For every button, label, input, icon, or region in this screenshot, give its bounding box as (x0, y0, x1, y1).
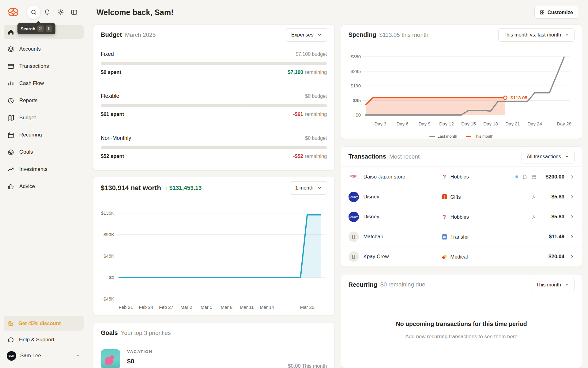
sidebar-item-cash-flow[interactable]: Cash Flow (4, 77, 84, 90)
medical-category-icon (442, 255, 447, 258)
category-cell[interactable]: Gifts (442, 194, 461, 200)
recurring-calendar-icon (531, 174, 537, 179)
merchant-name: Kpay Crew (364, 254, 442, 260)
goal-info: VACATION $0 (127, 349, 153, 368)
transaction-amount: $20.04 (541, 254, 564, 260)
budget-progress-bar (101, 146, 327, 149)
discount-label: Get 45% discount (18, 320, 61, 326)
svg-text:$45K: $45K (104, 253, 114, 259)
svg-text:$380: $380 (350, 54, 360, 59)
budget-card: Budget March 2025 Expenses Fixed $7,100 … (93, 25, 335, 171)
thumbs-up-icon (7, 183, 14, 190)
sidebar: Search ⌘ K Dashboard Accounts Transactio… (0, 0, 87, 368)
user-menu[interactable]: SLM Sam Lee (4, 348, 84, 363)
budget-title: Budget (101, 31, 122, 38)
category-cell[interactable]: Medical (442, 254, 468, 260)
recurring-card: Recurring $0 remaining due This month No… (341, 274, 582, 368)
sidebar-item-reports[interactable]: Reports (4, 94, 84, 107)
home-icon (7, 29, 14, 36)
net-worth-amount: $130,914 net worth (101, 184, 161, 192)
merchant-logo-daiso: DAISOJapan (349, 172, 359, 182)
hobbies-category-icon: ? (442, 214, 447, 220)
sidebar-item-accounts[interactable]: Accounts (4, 42, 84, 56)
transaction-row[interactable]: Disney Disney ? Hobbies $5.83 (341, 207, 582, 227)
transactions-filter-value: All transactions (527, 154, 561, 159)
search-button[interactable] (27, 6, 40, 19)
recurring-range-dropdown[interactable]: This month (531, 278, 575, 291)
help-support-item[interactable]: Help & Support (4, 333, 84, 347)
legend-last-month: Last month (429, 134, 457, 139)
transactions-filter-dropdown[interactable]: All transactions (522, 150, 575, 163)
legend-this-month: This month (466, 134, 493, 139)
sidebar-item-label: Budget (19, 115, 36, 121)
sidebar-bottom: Get 45% discount Help & Support SLM Sam … (4, 316, 84, 363)
category-cell[interactable]: ⇄ Transfer (442, 234, 469, 240)
goal-item-vacation[interactable]: VACATION $0 $0.00 This month (93, 343, 334, 368)
budget-section-name: Non-Monthly (101, 135, 131, 141)
merchant-name: Disney (364, 214, 442, 220)
category-label: Hobbies (450, 214, 469, 220)
sidebar-item-goals[interactable]: Goals (4, 145, 84, 159)
discount-banner[interactable]: Get 45% discount (4, 316, 84, 331)
merchant-logo-generic (349, 232, 359, 242)
bar-chart-icon (7, 80, 14, 87)
transaction-row[interactable]: Matchali ⇄ Transfer $11.49 (341, 227, 582, 247)
transfer-category-icon: ⇄ (442, 234, 447, 240)
calendar-icon (7, 132, 14, 139)
sidebar-item-budget[interactable]: Budget (4, 111, 84, 125)
chevron-down-icon (76, 353, 81, 358)
gifts-category-icon (442, 195, 447, 199)
chevron-down-icon (565, 33, 569, 37)
budget-amount: $7,100 budget (296, 52, 327, 57)
transaction-row[interactable]: Disney Disney Gifts $5.83 (341, 187, 582, 207)
net-worth-range-dropdown[interactable]: 1 month (290, 181, 327, 195)
transaction-amount: $11.49 (541, 234, 564, 240)
merchant-logo-disney: Disney (349, 212, 359, 222)
spending-card-header: Spending $113.05 this month This month v… (341, 25, 582, 45)
svg-text:$190: $190 (350, 83, 360, 88)
split-transaction-icon (531, 214, 537, 220)
row-trailing: $5.83 (531, 214, 575, 220)
goals-card: Goals Your top 3 priorities VACATION $0 … (93, 323, 335, 368)
notifications-button[interactable] (40, 6, 54, 19)
sidebar-item-investments[interactable]: Investments (4, 163, 84, 176)
settings-button[interactable] (54, 6, 67, 19)
sidebar-item-recurring[interactable]: Recurring (4, 128, 84, 142)
svg-text:Day 18: Day 18 (483, 121, 498, 126)
budget-subtitle: March 2025 (125, 32, 156, 38)
spending-chart: $380$285$190$95$0Day 3Day 6Day 9Day 12Da… (343, 51, 575, 130)
bell-icon (44, 9, 51, 16)
sidebar-item-transactions[interactable]: Transactions (4, 59, 84, 73)
sidebar-item-label: Cash Flow (19, 80, 44, 86)
remaining-label: -$61remaining (293, 111, 327, 117)
left-column: Budget March 2025 Expenses Fixed $7,100 … (93, 25, 335, 368)
monarch-logo-icon[interactable] (7, 7, 20, 17)
chevron-right-icon[interactable] (570, 194, 575, 199)
transaction-row[interactable]: DAISOJapan Daiso Japan store ? Hobbies $… (341, 167, 582, 187)
chevron-right-icon[interactable] (570, 254, 575, 259)
budget-section-name: Fixed (101, 51, 114, 57)
right-column: Spending $113.05 this month This month v… (341, 25, 582, 368)
row-trailing: $200.00 (515, 174, 575, 180)
collapse-sidebar-button[interactable] (67, 6, 81, 19)
svg-text:Feb 27: Feb 27 (159, 305, 173, 310)
sidebar-item-advice[interactable]: Advice (4, 180, 84, 193)
transaction-row[interactable]: Kpay Crew Medical $20.04 (341, 247, 582, 266)
recurring-empty-subtitle: Add new recurring transactions to see th… (341, 334, 582, 340)
net-worth-change: ↑ $131,453.13 (165, 185, 202, 191)
chevron-right-icon[interactable] (570, 214, 575, 219)
svg-text:Feb 24: Feb 24 (139, 305, 153, 310)
spending-compare-dropdown[interactable]: This month vs. last month (498, 28, 575, 42)
transactions-card: Transactions Most recent All transaction… (341, 146, 582, 267)
chevron-right-icon[interactable] (570, 234, 575, 239)
svg-text:Day 6: Day 6 (396, 121, 408, 126)
category-cell[interactable]: ? Hobbies (442, 174, 469, 180)
spending-legend: Last month This month (341, 134, 582, 139)
budget-type-dropdown[interactable]: Expenses (286, 28, 327, 42)
budget-marker-tick (248, 103, 248, 108)
customize-button[interactable]: Customize (534, 6, 578, 19)
spending-chart-wrap: $380$285$190$95$0Day 3Day 6Day 9Day 12Da… (341, 45, 582, 130)
category-cell[interactable]: ? Hobbies (442, 214, 469, 220)
chevron-right-icon[interactable] (570, 174, 575, 179)
user-name: Sam Lee (20, 353, 72, 359)
